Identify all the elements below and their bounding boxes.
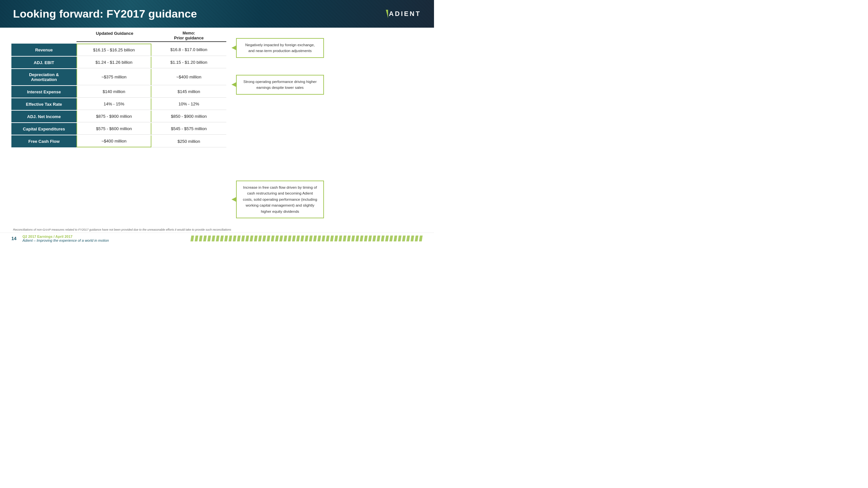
hatch-item [224,235,228,241]
callout-arrow-2 [231,82,236,87]
hatch-item [254,235,257,241]
hatch-item [381,235,384,241]
row-prior-value: $250 million [151,135,226,148]
hatch-item [368,235,372,241]
col-header-updated: Updated Guidance [76,31,151,42]
hatch-item [228,235,232,241]
hatch-item [394,235,397,241]
callouts-area: Negatively impacted by foreign exchange,… [231,31,423,227]
row-updated-value: $16.15 - $16.25 billion [76,43,151,56]
hatch-item [309,235,313,241]
col-header-prior: Prior guidance [151,35,226,42]
hatch-item [334,235,338,241]
row-prior-value: $16.8 - $17.0 billion [151,43,226,56]
row-label: Interest Expense [11,86,76,98]
callout-arrow-3 [231,197,236,202]
hatch-item [296,235,300,241]
hatch-item [190,235,194,241]
hatch-item [406,235,410,241]
hatch-item [207,235,211,241]
table-row: Capital Expenditures$575 - $600 million$… [11,123,226,135]
callout-box-1: Negatively impacted by foreign exchange,… [236,38,324,58]
hatch-item [301,235,304,241]
callout-box-2: Strong operating performance driving hig… [236,75,324,95]
hatch-item [279,235,283,241]
hatch-item [233,235,236,241]
hatch-item [313,235,317,241]
row-prior-value: $545 - $575 million [151,123,226,135]
hatch-item [415,235,418,241]
row-label: Free Cash Flow [11,135,76,148]
hatch-item [385,235,389,241]
col-header-prior-wrapper: Memo: Prior guidance [151,31,226,42]
hatch-item [398,235,401,241]
hatch-item [199,235,203,241]
hatch-item [317,235,321,241]
row-updated-value: 14% - 15% [76,98,151,110]
hatch-item [305,235,308,241]
col-headers: Updated Guidance Memo: Prior guidance [11,31,226,42]
hatch-item [419,235,423,241]
table-row: Effective Tax Rate14% - 15%10% - 12% [11,98,226,110]
hatch-item [322,235,325,241]
footer-tagline: Adient – Improving the experience of a w… [23,238,109,242]
hatch-item [364,235,368,241]
row-prior-value: $145 million [151,86,226,98]
footer-quarter: Q2 2017 Earnings / April 2017 [23,234,109,238]
table-row: ADJ. EBIT$1.24 - $1.26 billion$1.15 - $1… [11,57,226,68]
hatch-item [237,235,241,241]
row-updated-value: ~$400 million [76,135,151,148]
hatch-item [216,235,219,241]
row-updated-value: ~$375 million [76,69,151,85]
hatch-item [372,235,376,241]
callout-arrow-1 [231,45,236,50]
row-label: Capital Expenditures [11,123,76,135]
hatch-item [390,235,393,241]
table-row: Free Cash Flow~$400 million$250 million [11,135,226,148]
row-prior-value: $1.15 - $1.20 billion [151,57,226,68]
footer-bar: 14 Q2 2017 Earnings / April 2017 Adient … [0,233,434,244]
row-label: Effective Tax Rate [11,98,76,110]
callout-box-3: Increase in free cash flow driven by tim… [236,181,324,218]
disclaimer-text: Reconciliations of non-GAAP measures rel… [13,228,421,231]
logo-slash-icon [386,10,388,18]
hatch-item [351,235,355,241]
logo-text: ADIENT [389,10,421,18]
hatch-item [212,235,215,241]
memo-label: Memo: [183,31,195,35]
row-updated-value: $140 million [76,86,151,98]
row-label: Revenue [11,43,76,56]
hatch-item [271,235,275,241]
hatch-item [355,235,359,241]
hatch-item [377,235,380,241]
footer-text: Q2 2017 Earnings / April 2017 Adient – I… [23,234,109,242]
hatch-item [267,235,270,241]
hatch-item [284,235,287,241]
hatch-item [339,235,342,241]
slide: Looking forward: FY2017 guidance ADIENT … [0,0,434,244]
hatch-item [402,235,406,241]
hatch-item [246,235,249,241]
row-label: Depreciation & Amortization [11,69,76,85]
hatch-item [275,235,279,241]
row-updated-value: $575 - $600 million [76,123,151,135]
guidance-table: Revenue$16.15 - $16.25 billion$16.8 - $1… [11,43,226,148]
row-prior-value: ~$400 million [151,69,226,85]
header: Looking forward: FY2017 guidance ADIENT [0,0,434,28]
hatch-item [288,235,291,241]
logo-area: ADIENT [386,10,421,18]
revenue-callout: Negatively impacted by foreign exchange,… [231,38,324,58]
table-row: ADJ. Net Income$875 - $900 million$850 -… [11,110,226,122]
row-prior-value: 10% - 12% [151,98,226,110]
row-prior-value: $850 - $900 million [151,110,226,122]
slide-title: Looking forward: FY2017 guidance [13,7,197,20]
row-updated-value: $875 - $900 million [76,110,151,122]
hatch-item [262,235,266,241]
table-area: Updated Guidance Memo: Prior guidance Re… [11,31,226,227]
col-empty [11,31,76,42]
hatch-item [330,235,334,241]
row-label: ADJ. EBIT [11,57,76,68]
disclaimer-area: Reconciliations of non-GAAP measures rel… [0,227,434,231]
table-row: Interest Expense$140 million$145 million [11,86,226,98]
hatch-item [203,235,207,241]
